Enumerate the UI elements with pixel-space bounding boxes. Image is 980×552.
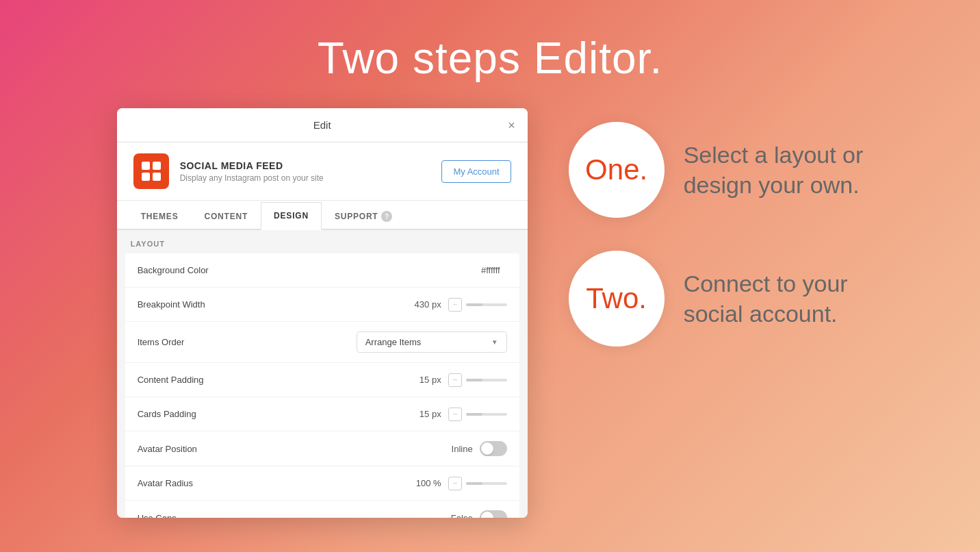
content-padding-slider[interactable]: ↔: [448, 373, 507, 387]
avatar-radius-value: 100 %: [416, 478, 441, 488]
slider-thumb-3: ↔: [448, 407, 462, 421]
setting-row-cards-padding: Cards Padding 15 px ↔: [125, 397, 519, 431]
svg-rect-1: [153, 162, 161, 170]
step-two-row: Two. Connect to your social account.: [569, 251, 864, 347]
slider-thumb-2: ↔: [448, 373, 462, 387]
svg-rect-2: [142, 173, 150, 181]
slider-thumb-2-icon: ↔: [452, 377, 458, 383]
content-padding-label: Content Padding: [138, 375, 420, 385]
step-one-label: One.: [585, 153, 647, 186]
svg-rect-3: [153, 173, 161, 181]
breakpoint-label: Breakpoint Width: [138, 299, 415, 310]
setting-row-content-padding: Content Padding 15 px ↔: [125, 363, 519, 397]
avatar-position-toggle[interactable]: [480, 441, 507, 456]
cards-padding-value: 15 px: [420, 409, 441, 419]
bg-color-value: #ffffff: [481, 265, 500, 275]
step-two-desc-line2: social account.: [684, 301, 838, 327]
page-title: Two steps Editor.: [0, 0, 980, 108]
tab-design[interactable]: DESIGN: [261, 202, 322, 230]
items-order-dropdown[interactable]: Arrange Items ▼: [357, 331, 507, 353]
plugin-text: SOCIAL MEDIA FEED Display any Instagram …: [180, 160, 431, 183]
items-order-value: Arrange Items: [365, 337, 422, 347]
setting-row-avatar-radius: Avatar Radius 100 % ↔: [125, 466, 519, 501]
step-one-circle: One.: [569, 122, 665, 218]
slider-thumb-4: ↔: [448, 477, 462, 490]
settings-content: LAYOUT Background Color #ffffff Breakpoi…: [117, 230, 528, 518]
setting-row-avatar-position: Avatar Position Inline: [125, 431, 519, 466]
edit-header: Edit ×: [117, 108, 528, 142]
plugin-description: Display any Instagram post on your site: [180, 173, 431, 183]
tab-content[interactable]: CONTENT: [191, 202, 261, 230]
avatar-radius-label: Avatar Radius: [138, 478, 416, 488]
step-one-desc-line1: Select a layout or: [684, 142, 864, 168]
step-one-desc-line2: design your own.: [684, 172, 860, 198]
setting-row-breakpoint: Breakpoint Width 430 px ↔: [125, 288, 519, 322]
use-caps-value: False: [451, 513, 473, 518]
settings-card: Background Color #ffffff Breakpoint Widt…: [125, 253, 519, 518]
items-order-label: Items Order: [138, 337, 357, 347]
main-layout: Edit × SOCIAL MEDIA FEED Display any Ins…: [0, 108, 980, 518]
layout-section-label: LAYOUT: [117, 230, 528, 253]
setting-row-use-caps: Use Caps False: [125, 501, 519, 518]
right-content: One. Select a layout or design your own.…: [569, 108, 864, 347]
slider-thumb-3-icon: ↔: [452, 411, 458, 417]
plugin-icon: [133, 153, 169, 189]
cards-padding-slider[interactable]: ↔: [448, 407, 507, 421]
slider-track-4: [466, 482, 507, 485]
cards-padding-label: Cards Padding: [138, 409, 420, 419]
tab-support-label: SUPPORT: [335, 212, 378, 221]
slider-thumb-4-icon: ↔: [452, 480, 458, 486]
content-padding-value: 15 px: [420, 375, 441, 385]
slider-thumb-icon: ↔: [452, 301, 458, 308]
use-caps-toggle[interactable]: [480, 510, 507, 518]
use-caps-label: Use Caps: [138, 513, 451, 518]
edit-panel: Edit × SOCIAL MEDIA FEED Display any Ins…: [117, 108, 528, 518]
breakpoint-slider[interactable]: ↔: [448, 298, 507, 312]
tabs-row: THEMES CONTENT DESIGN SUPPORT ?: [117, 201, 528, 230]
plugin-name: SOCIAL MEDIA FEED: [180, 160, 431, 171]
breakpoint-value: 430 px: [415, 299, 441, 310]
slider-track-2: [466, 379, 507, 381]
step-two-description: Connect to your social account.: [684, 268, 848, 329]
svg-rect-0: [142, 162, 150, 170]
avatar-position-value: Inline: [452, 444, 473, 454]
step-two-desc-line1: Connect to your: [684, 271, 848, 297]
support-badge: ?: [381, 211, 392, 222]
bg-color-label: Background Color: [138, 265, 481, 275]
step-two-circle: Two.: [569, 251, 665, 347]
social-feed-icon: [140, 160, 162, 182]
plugin-info: SOCIAL MEDIA FEED Display any Instagram …: [117, 142, 528, 201]
slider-track: [466, 303, 507, 306]
step-two-label: Two.: [586, 282, 647, 315]
avatar-radius-slider[interactable]: ↔: [448, 477, 507, 490]
slider-thumb: ↔: [448, 298, 462, 312]
dropdown-arrow-icon: ▼: [491, 338, 498, 346]
tab-support[interactable]: SUPPORT ?: [322, 202, 406, 230]
my-account-button[interactable]: My Account: [441, 160, 511, 183]
setting-row-items-order: Items Order Arrange Items ▼: [125, 322, 519, 363]
tab-themes[interactable]: THEMES: [128, 202, 192, 230]
close-button[interactable]: ×: [508, 119, 515, 131]
slider-track-3: [466, 413, 507, 416]
setting-row-bg-color: Background Color #ffffff: [125, 253, 519, 288]
step-one-row: One. Select a layout or design your own.: [569, 122, 864, 218]
avatar-position-label: Avatar Position: [138, 444, 452, 454]
step-one-description: Select a layout or design your own.: [684, 140, 864, 200]
edit-header-title: Edit: [313, 119, 331, 131]
